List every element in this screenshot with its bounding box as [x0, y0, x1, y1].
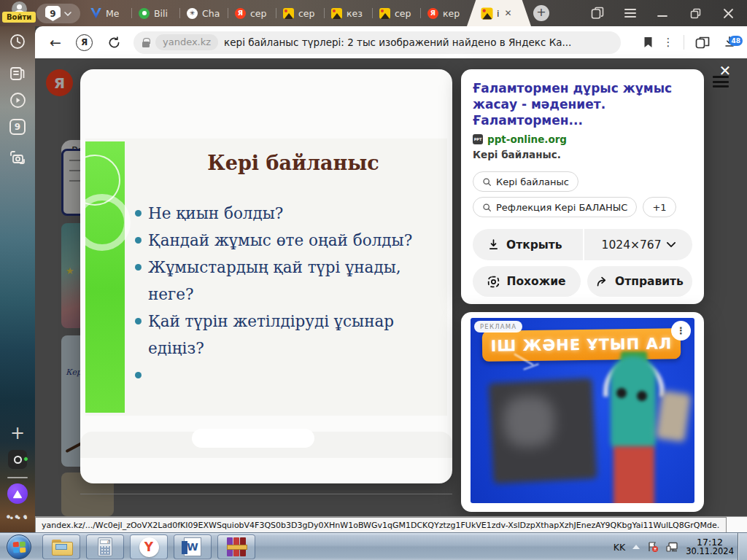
share-button[interactable]: Отправить	[587, 266, 692, 297]
ad-card: РЕКЛАМА ⋮ ІШ ЖӘНЕ ҰТЫП АЛ	[461, 312, 704, 512]
more-chips-button[interactable]: +1	[643, 197, 676, 217]
resolution-select[interactable]: 1024×767	[584, 229, 692, 260]
address-query: кері байланыс түрлері: 2 тыс изображений…	[224, 36, 571, 48]
images-icon	[283, 8, 294, 19]
tab-label: кез	[347, 8, 363, 19]
feed-sidebar-button[interactable]	[0, 65, 35, 81]
source-title-link[interactable]: Ғаламтормен дұрыс жұмыс жасау - мәдениет…	[473, 80, 692, 128]
browser-tab[interactable]: кез	[324, 0, 372, 26]
close-icon	[723, 8, 734, 19]
related-query-chip[interactable]: Рефлекция Кері БАЛАНЫС	[473, 197, 637, 217]
history-sidebar-button[interactable]	[0, 34, 35, 50]
status-url-box: yandex.kz/.../Wc0ejl_zOoVX2Lad0fKI09EXWS…	[35, 517, 727, 533]
bilim-icon	[139, 8, 150, 19]
viewed-image[interactable]: Кері байланыс Не қиын болды?Қандай жұмыс…	[85, 139, 447, 416]
downloads-button[interactable]: 48	[715, 36, 744, 49]
bookmark-button[interactable]	[637, 36, 659, 48]
extension-button[interactable]	[690, 36, 715, 49]
taskbar-explorer-button[interactable]	[42, 534, 80, 559]
browser-tab[interactable]: Bili	[131, 0, 179, 26]
browser-toolbar: ← Я yandex.kz кері байланыс түрлері: 2 т…	[35, 26, 747, 58]
taskbar-yandex-button[interactable]: Y	[130, 534, 168, 559]
sidebar-divider	[7, 477, 28, 478]
browser-tab[interactable]: сер	[276, 0, 324, 26]
show-desktop-button[interactable]	[738, 533, 747, 560]
ad-phone-graphic	[656, 391, 692, 443]
browser-tab[interactable]: сер	[372, 0, 420, 26]
ad-menu-button[interactable]: ⋮	[671, 321, 691, 341]
chip-label: Кері байланыс	[496, 176, 569, 187]
tabs-sidebar-button[interactable]: 9	[0, 119, 35, 135]
record-extension-icon	[8, 450, 27, 469]
images-icon	[379, 8, 390, 19]
background-tabs: МеBili✳ChaЯсерсеркезсерЯкер	[83, 0, 468, 26]
network-icon[interactable]	[666, 542, 678, 553]
word-icon: W	[184, 537, 201, 556]
login-button[interactable]: Войти	[2, 12, 36, 23]
similar-images-button[interactable]: Похожие	[473, 266, 581, 297]
close-tab-icon[interactable]: ✕	[504, 8, 511, 18]
alice-sidebar-button[interactable]	[0, 483, 35, 504]
browser-tab[interactable]: Ме	[83, 0, 131, 26]
tray-expand-icon[interactable]	[632, 545, 640, 549]
image-info-panel: Ғаламтормен дұрыс жұмыс жасау - мәдениет…	[461, 69, 704, 304]
images-icon	[331, 8, 342, 19]
taskbar-calculator-button[interactable]: 0	[86, 534, 124, 559]
related-query-chip[interactable]: Кері байланыс	[473, 171, 578, 192]
language-indicator[interactable]: KK	[614, 542, 625, 553]
browser-tab[interactable]: Якер	[420, 0, 468, 26]
close-viewer-button[interactable]: ✕	[716, 61, 735, 80]
minimize-button[interactable]	[657, 0, 667, 26]
camera-icon	[9, 149, 26, 166]
toolbar-divider	[684, 35, 684, 50]
section-notch	[192, 429, 314, 448]
browser-menu-button[interactable]	[624, 0, 636, 26]
browser-tab[interactable]: Ясер	[228, 0, 276, 26]
similar-icon	[487, 276, 500, 288]
taskbar-winrar-button[interactable]	[217, 534, 255, 559]
windows-logo-icon	[12, 541, 26, 553]
new-tab-button[interactable]: +	[533, 5, 549, 21]
action-center-icon[interactable]	[647, 541, 659, 553]
domain-badge[interactable]: yandex.kz	[155, 34, 218, 50]
messenger-icon	[90, 8, 101, 19]
address-bar[interactable]: yandex.kz кері байланыс түрлері: 2 тыс и…	[133, 31, 621, 54]
yandex-browser-icon: Y	[139, 537, 159, 557]
taskbar-word-button[interactable]: W	[174, 534, 212, 559]
system-clock[interactable]: 17:12 30.11.2024	[686, 537, 734, 556]
reload-icon	[108, 36, 120, 49]
close-window-button[interactable]	[723, 0, 734, 26]
restore-button[interactable]	[690, 0, 701, 26]
tab-label: сер	[395, 8, 411, 19]
slide-bullet: Не қиын болды?	[133, 200, 426, 227]
screenshot-sidebar-button[interactable]	[0, 149, 35, 166]
side-panels-button[interactable]	[591, 0, 604, 26]
site-favicon: PPT	[473, 134, 483, 144]
chevron-down-icon	[667, 242, 676, 247]
similar-label: Похожие	[506, 275, 565, 288]
ad-label: РЕКЛАМА	[474, 321, 522, 332]
slide-green-strip	[85, 141, 125, 413]
start-button[interactable]	[7, 534, 31, 559]
add-sidebar-button[interactable]: +	[0, 423, 35, 443]
tab-count-icon: 9	[45, 6, 61, 21]
clock-date: 30.11.2024	[686, 547, 734, 556]
ad-banner-image[interactable]: РЕКЛАМА ⋮ ІШ ЖӘНЕ ҰТЫП АЛ	[471, 318, 694, 503]
browser-tab[interactable]: ✳Cha	[179, 0, 228, 26]
reload-button[interactable]	[104, 36, 123, 49]
calculator-icon: 0	[98, 537, 112, 556]
slide-bullet: Жұмыстардың қай түрі ұнады, неге?	[133, 254, 426, 308]
open-image-button[interactable]: Открыть	[473, 229, 583, 260]
address-menu-button[interactable]: ⋮	[659, 36, 678, 49]
extension-icon	[695, 36, 710, 49]
extension-sidebar-button[interactable]	[0, 450, 35, 469]
yandex-home-button[interactable]: Я	[76, 34, 93, 51]
slide-bullet	[133, 362, 426, 389]
video-sidebar-button[interactable]	[0, 92, 35, 109]
chevron-down-icon	[64, 12, 71, 16]
tabs-count-icon: 9	[9, 119, 26, 135]
active-tab[interactable]: і ✕	[467, 0, 531, 26]
site-link[interactable]: ppt-online.org	[487, 133, 567, 145]
tab-counter[interactable]: 9	[36, 4, 80, 23]
back-button[interactable]: ←	[45, 34, 66, 50]
